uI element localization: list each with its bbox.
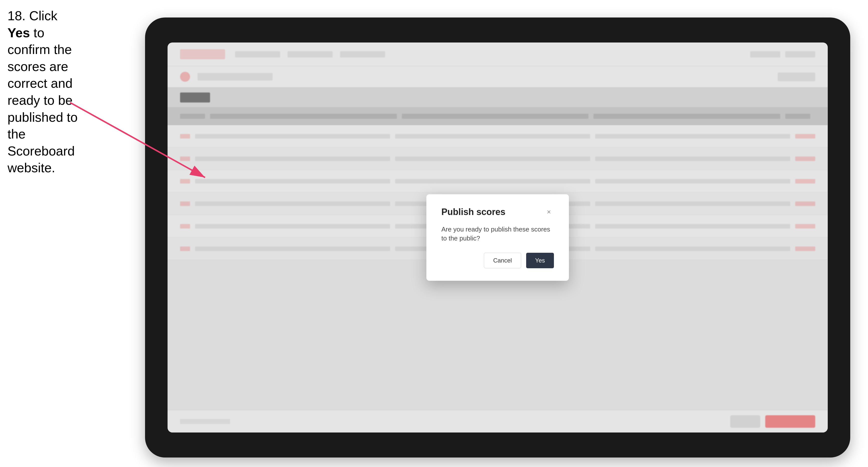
cancel-button[interactable]: Cancel [484, 253, 521, 268]
text-before-bold: Click [29, 8, 58, 23]
modal-message: Are you ready to publish these scores to… [441, 225, 554, 243]
modal-overlay: Publish scores × Are you ready to publis… [167, 42, 828, 433]
modal-close-button[interactable]: × [544, 207, 554, 217]
tablet-device: Publish scores × Are you ready to publis… [145, 18, 850, 458]
modal-footer: Cancel Yes [441, 253, 554, 268]
text-after-bold: to confirm the scores are correct and re… [7, 26, 78, 175]
instruction-text: 18. Click Yes to confirm the scores are … [7, 7, 83, 177]
bold-yes: Yes [7, 26, 30, 40]
modal-header: Publish scores × [441, 207, 554, 217]
publish-scores-dialog: Publish scores × Are you ready to publis… [426, 194, 569, 281]
modal-title: Publish scores [441, 207, 505, 217]
step-number: 18. [7, 8, 26, 23]
modal-body: Are you ready to publish these scores to… [441, 225, 554, 243]
yes-button[interactable]: Yes [526, 253, 554, 268]
tablet-screen: Publish scores × Are you ready to publis… [167, 42, 828, 433]
